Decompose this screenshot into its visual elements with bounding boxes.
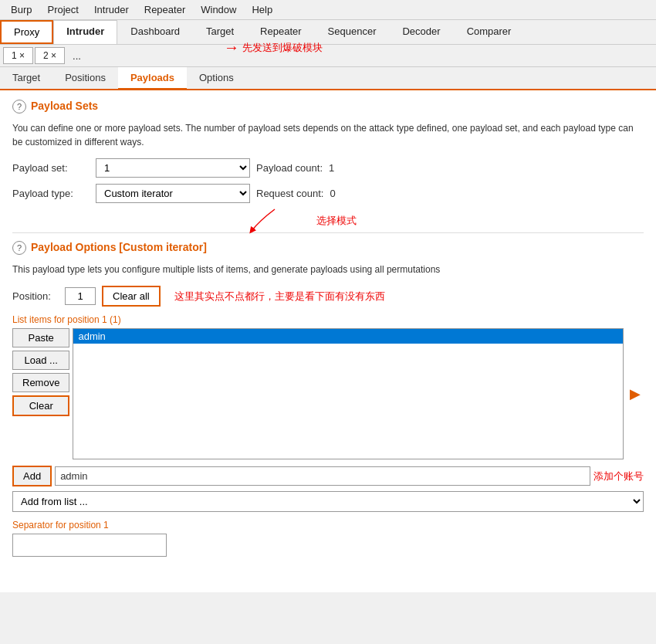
sub-tab-payloads[interactable]: Payloads: [118, 67, 187, 90]
instance-tabs: 1 × 2 × ...: [0, 45, 656, 67]
sub-tabs: Target Positions Payloads Options: [0, 67, 656, 90]
tab-intruder[interactable]: Intruder: [53, 20, 117, 44]
paste-button[interactable]: Paste: [12, 328, 69, 347]
position-input[interactable]: [65, 287, 96, 305]
list-area[interactable]: admin: [73, 328, 624, 459]
menu-project[interactable]: Project: [39, 2, 86, 18]
payload-count-value: 1: [329, 162, 334, 174]
sub-tab-target[interactable]: Target: [0, 67, 52, 89]
instance-tab-2[interactable]: 2 ×: [35, 47, 65, 64]
list-action-buttons: Paste Load ... Remove Clear: [12, 328, 69, 459]
payload-count-label: Payload count:: [256, 162, 323, 174]
tab-target[interactable]: Target: [193, 20, 247, 44]
add-from-row: Add from list ...: [12, 491, 644, 512]
remove-button[interactable]: Remove: [12, 373, 69, 392]
add-row: Add 添加个账号: [12, 466, 644, 486]
tab-comparer[interactable]: Comparer: [454, 20, 525, 44]
tab-repeater[interactable]: Repeater: [247, 20, 314, 44]
tab-proxy[interactable]: Proxy: [0, 20, 53, 44]
load-button[interactable]: Load ...: [12, 351, 69, 370]
payload-set-label: Payload set:: [12, 162, 90, 174]
payload-options-header: ? Payload Options [Custom iterator]: [12, 241, 644, 258]
annotation-second-container: 选择模式: [12, 209, 644, 225]
list-item[interactable]: admin: [73, 329, 623, 344]
menu-repeater[interactable]: Repeater: [137, 2, 193, 18]
instance-tab-1[interactable]: 1 ×: [3, 47, 33, 64]
menu-burp[interactable]: Burp: [3, 2, 39, 18]
payload-type-row: Payload type: Custom iterator Simple lis…: [12, 184, 644, 203]
payload-options-title: Payload Options [Custom iterator]: [31, 241, 207, 253]
payload-set-select[interactable]: 1: [96, 158, 250, 178]
menu-help[interactable]: Help: [244, 2, 280, 18]
separator-label: Separator for position 1: [12, 520, 644, 530]
add-from-select[interactable]: Add from list ...: [12, 491, 644, 512]
main-tabs: Proxy Intruder Dashboard Target Repeater…: [0, 20, 656, 45]
menu-window[interactable]: Window: [193, 2, 244, 18]
payload-options-help-icon[interactable]: ?: [12, 241, 26, 255]
payload-sets-header: ? Payload Sets: [12, 100, 644, 117]
clear-all-button[interactable]: Clear all: [102, 286, 161, 307]
instance-tab-ellipsis[interactable]: ...: [66, 48, 87, 64]
menu-intruder[interactable]: Intruder: [86, 2, 137, 18]
annotation-third: 这里其实点不点都行，主要是看下面有没有东西: [174, 290, 385, 303]
add-input[interactable]: [55, 466, 590, 486]
sub-tab-positions[interactable]: Positions: [52, 67, 118, 89]
position-row: Position: Clear all 这里其实点不点都行，主要是看下面有没有东…: [12, 286, 644, 307]
annotation-add-account: 添加个账号: [593, 469, 644, 483]
payload-set-row: Payload set: 1 Payload count: 1: [12, 158, 644, 178]
payload-options-desc: This payload type lets you configure mul…: [12, 263, 644, 276]
separator-box: [12, 534, 167, 557]
payload-sets-desc: You can define one or more payload sets.…: [12, 121, 644, 149]
clear-button[interactable]: Clear: [12, 395, 69, 416]
tab-dashboard[interactable]: Dashboard: [117, 20, 193, 44]
sub-tab-options[interactable]: Options: [187, 67, 246, 89]
menu-bar: Burp Project Intruder Repeater Window He…: [0, 0, 656, 20]
payload-type-select[interactable]: Custom iterator Simple list: [96, 184, 250, 203]
annotation-second: 选择模式: [275, 209, 357, 232]
request-count-value: 0: [330, 188, 335, 199]
payload-sets-title: Payload Sets: [31, 100, 98, 112]
payload-sets-help-icon[interactable]: ?: [12, 100, 26, 114]
separator-section: Separator for position 1: [12, 520, 644, 557]
payload-type-label: Payload type:: [12, 188, 90, 199]
tab-sequencer[interactable]: Sequencer: [315, 20, 390, 44]
tab-decoder[interactable]: Decoder: [389, 20, 453, 44]
content-area: ? Payload Sets You can define one or mor…: [0, 90, 656, 592]
list-label: List items for position 1 (1): [12, 314, 644, 325]
list-container: Paste Load ... Remove Clear admin ▶: [12, 328, 644, 459]
position-label: Position:: [12, 290, 59, 302]
expand-arrow: ▶: [627, 328, 644, 459]
request-count-label: Request count:: [256, 188, 323, 199]
add-button[interactable]: Add: [12, 466, 52, 486]
